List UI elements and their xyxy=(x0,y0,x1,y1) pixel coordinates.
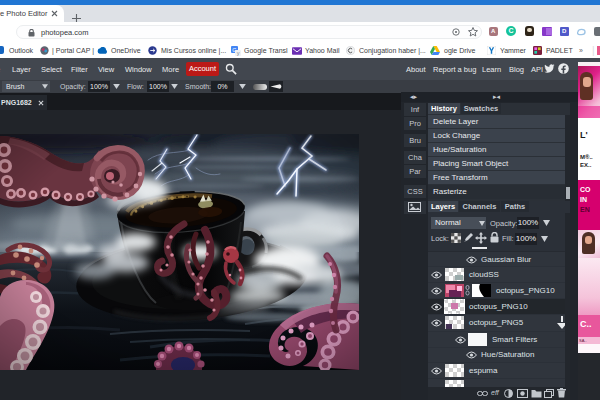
svg-text:y: y xyxy=(237,50,240,56)
